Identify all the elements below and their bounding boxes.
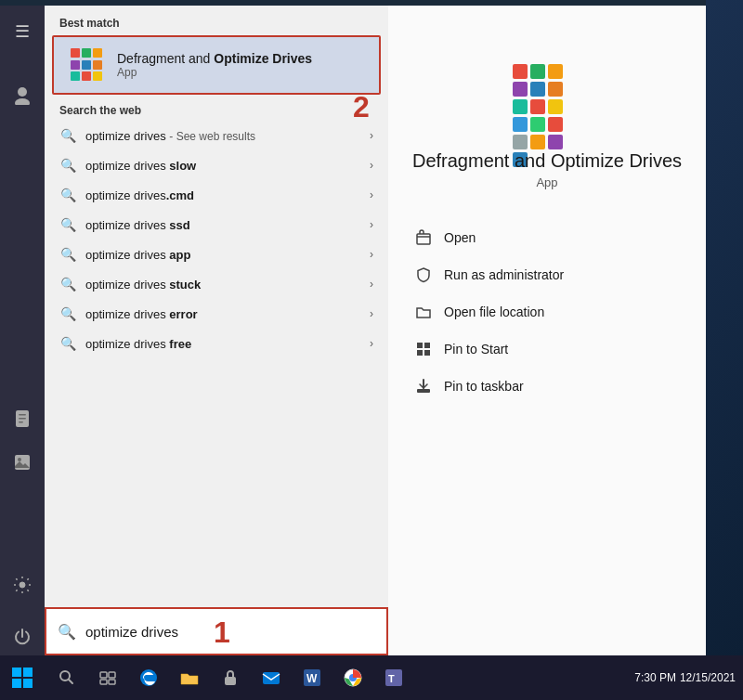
search-bar-icon: 🔍 [58,623,76,641]
web-result-text-stuck: optimize drives stuck [85,278,201,292]
shield-icon [414,266,433,284]
svg-point-7 [18,458,21,461]
search-input[interactable] [85,624,375,640]
app-detail-title: Defragment and Optimize Drives [412,150,682,172]
defrag-icon-large [510,61,584,136]
action-pin-to-start[interactable]: Pin to Start [407,331,687,368]
svg-rect-12 [417,350,423,356]
search-icon: 🔍 [59,277,76,292]
sidebar-hamburger[interactable]: ☰ [4,13,41,50]
chevron-right-icon: › [370,129,373,142]
svg-rect-13 [424,350,430,356]
svg-rect-18 [23,679,33,688]
web-result-text-web: optimize drives - See web results [85,129,255,143]
action-file-location-label: Open file location [444,305,544,319]
taskbar: W T 7:30 PM 12/15/2021 [0,655,743,700]
svg-point-1 [15,98,30,105]
pin-taskbar-icon [414,377,433,395]
pin-start-icon [414,340,433,358]
web-result-text-cmd: optimize drives.cmd [85,188,194,202]
web-result-free[interactable]: 🔍 optimize drives free › [45,329,388,358]
action-pin-to-taskbar[interactable]: Pin to taskbar [407,368,687,405]
web-section-label: Search the web [45,95,388,121]
web-result-text-app: optimize drives app [85,248,190,262]
best-match-subtitle: App [117,66,312,79]
svg-rect-17 [12,679,21,688]
search-icon: 🔍 [59,306,76,321]
desktop-background [706,0,743,655]
svg-point-0 [18,87,27,97]
chevron-right-icon: › [370,307,373,320]
sidebar-settings-icon[interactable] [4,566,41,603]
svg-text:W: W [306,672,318,685]
web-result-stuck[interactable]: 🔍 optimize drives stuck › [45,269,388,299]
search-icon: 🔍 [59,128,76,143]
svg-rect-23 [109,680,115,684]
web-result-app[interactable]: 🔍 optimize drives app › [45,240,388,269]
action-run-as-admin[interactable]: Run as administrator [407,256,687,293]
app-action-list: Open Run as administrator Open file loca… [388,219,706,405]
action-pin-taskbar-label: Pin to taskbar [444,379,524,394]
chevron-right-icon: › [370,337,373,350]
web-result-text-free: optimize drives free [85,337,191,351]
web-result-text-slow: optimize drives slow [85,159,196,173]
search-icon: 🔍 [59,336,76,351]
defrag-icon-small [69,46,106,84]
taskbar-right-area: 7:30 PM 12/15/2021 [634,671,743,684]
taskbar-time: 7:30 PM [634,671,676,684]
best-match-item[interactable]: Defragment and Optimize Drives App [52,35,381,95]
label-2: 2 [353,90,370,124]
search-icon: 🔍 [59,188,76,202]
taskbar-folder-icon[interactable] [171,659,208,696]
web-result-slow[interactable]: 🔍 optimize drives slow › [45,150,388,180]
web-result-web[interactable]: 🔍 optimize drives - See web results › [45,121,388,150]
web-result-error[interactable]: 🔍 optimize drives error › [45,299,388,329]
taskbar-icons: W T [45,659,412,696]
svg-rect-15 [12,668,21,677]
search-panel: Best match Defragment and Optimize Drive… [45,6,388,655]
action-open-file-location[interactable]: Open file location [407,293,687,331]
svg-rect-16 [23,668,33,677]
taskbar-edge-icon[interactable] [130,659,167,696]
web-result-text-error: optimize drives error [85,307,198,321]
svg-rect-3 [19,414,26,416]
taskbar-chrome-icon[interactable] [334,659,372,696]
sidebar-photos-icon[interactable] [4,444,41,481]
svg-rect-21 [109,672,115,678]
chevron-right-icon: › [370,159,373,172]
taskbar-task-view-icon[interactable] [89,659,126,696]
web-result-ssd[interactable]: 🔍 optimize drives ssd › [45,210,388,240]
taskbar-search-icon[interactable] [48,659,85,696]
best-match-text: Defragment and Optimize Drives App [117,51,312,79]
taskbar-lock-icon[interactable] [212,659,249,696]
sidebar-documents-icon[interactable] [4,399,41,436]
svg-rect-10 [417,343,423,348]
action-open[interactable]: Open [407,219,687,256]
web-result-text-ssd: optimize drives ssd [85,218,190,232]
chevron-right-icon: › [370,218,373,231]
sidebar-user-icon[interactable] [4,76,41,113]
taskbar-mail-icon[interactable] [253,659,290,696]
svg-rect-20 [100,672,107,678]
start-button[interactable] [0,655,45,700]
label-1: 1 [214,616,230,650]
app-detail-subtitle: App [536,175,557,189]
folder-icon [414,303,433,321]
web-result-cmd[interactable]: 🔍 optimize drives.cmd › [45,180,388,210]
svg-rect-22 [100,680,107,684]
open-icon [414,228,433,247]
search-icon: 🔍 [59,217,76,232]
sidebar-power-icon[interactable] [4,618,41,655]
action-pin-start-label: Pin to Start [444,342,508,356]
svg-point-8 [20,582,25,588]
taskbar-date: 12/15/2021 [680,671,736,684]
taskbar-word-icon[interactable]: W [293,659,331,696]
chevron-right-icon: › [370,188,373,201]
svg-rect-11 [424,343,430,348]
sidebar-icons: ☰ [0,6,45,655]
app-detail-panel: Defragment and Optimize Drives App Open [388,6,706,655]
svg-rect-14 [417,389,430,393]
taskbar-teams-icon[interactable]: T [375,659,412,696]
best-match-label: Best match [45,6,388,35]
svg-rect-5 [19,421,23,423]
